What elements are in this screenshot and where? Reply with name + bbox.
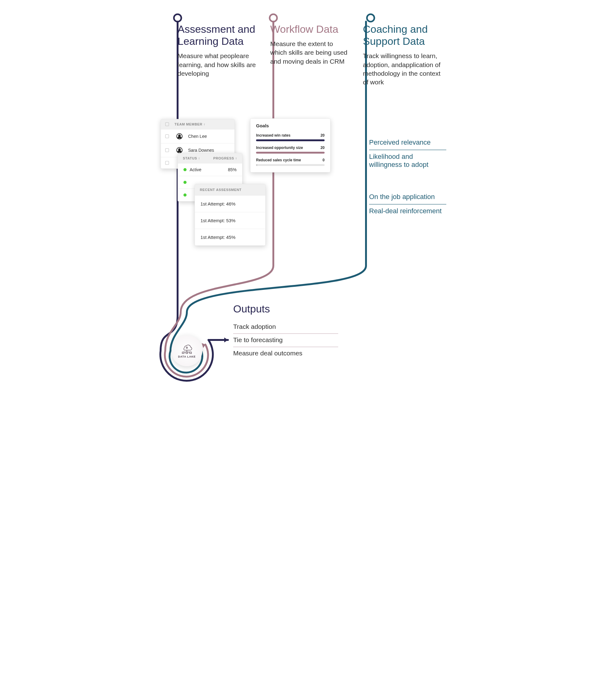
assessment-column: Assessment and Learning Data Measure wha… <box>177 23 258 78</box>
avatar-icon <box>176 133 183 139</box>
data-lake-node: DATA LAKE <box>171 335 202 366</box>
goal-value: 20 <box>321 133 325 138</box>
assessment-desc: Measure what peopleare learning, and how… <box>177 51 258 78</box>
team-header-label: TEAM MEMBER ↑ <box>174 122 205 126</box>
svg-rect-9 <box>182 352 184 354</box>
goal-label: Increased opportunity size <box>256 146 303 150</box>
goal-item: Increased win rates 20 <box>250 130 330 143</box>
progress-bar <box>256 152 325 154</box>
workflow-title: Workflow Data <box>270 23 351 35</box>
workflow-column: Workflow Data Measure the extent to whic… <box>270 23 351 66</box>
outputs-title: Outputs <box>233 303 338 315</box>
svg-point-0 <box>174 14 181 22</box>
coaching-title: Coaching and Support Data <box>363 23 443 47</box>
progress-header-label: PROGRESS ↑ <box>213 156 237 160</box>
progress-bar <box>256 139 325 141</box>
output-item: Measure deal outcomes <box>233 347 338 360</box>
assessment-row: 1st Attempt: 46% <box>195 195 265 212</box>
goal-label: Increased win rates <box>256 133 290 138</box>
checkbox-icon <box>165 122 169 126</box>
assessment-header: RECENT ASSESSMENT <box>195 184 265 195</box>
status-label: Active <box>190 167 201 172</box>
data-lake-label: DATA LAKE <box>178 355 196 358</box>
checkbox-icon <box>165 135 169 138</box>
status-header-label: STATUS ↑ <box>183 156 200 160</box>
avatar-icon <box>176 147 183 153</box>
team-row: Chen Lee <box>161 129 234 143</box>
svg-point-6 <box>186 347 188 348</box>
goals-title: Goals <box>250 119 330 130</box>
outputs-section: Outputs Track adoption Tie to forecastin… <box>233 303 338 360</box>
assessment-row: 1st Attempt: 53% <box>195 212 265 229</box>
status-dot-icon <box>184 181 187 184</box>
goal-value: 0 <box>322 158 325 162</box>
team-member-name: Chen Lee <box>188 134 207 139</box>
team-member-name: Sara Downes <box>188 148 214 153</box>
coaching-column: Coaching and Support Data Track willingn… <box>363 23 443 87</box>
goals-card: Goals Increased win rates 20 Increased o… <box>250 118 330 173</box>
svg-rect-10 <box>186 352 188 354</box>
goal-value: 20 <box>321 146 325 150</box>
coaching-item: Likelihood and willingness to adopt <box>369 150 446 172</box>
assessment-row: 1st Attempt: 45% <box>195 229 265 245</box>
svg-marker-3 <box>224 337 228 342</box>
coaching-item: Real-deal reinforcement <box>369 205 446 218</box>
status-row: Active 85% <box>178 163 242 176</box>
assessment-title: Assessment and Learning Data <box>177 23 258 47</box>
output-item: Track adoption <box>233 321 338 333</box>
status-header: STATUS ↑ PROGRESS ↑ <box>178 153 242 163</box>
output-item: Tie to forecasting <box>233 334 338 347</box>
coaching-item: On the job application <box>369 190 446 204</box>
svg-point-2 <box>367 14 374 22</box>
progress-value: 85% <box>228 167 237 172</box>
progress-bar <box>256 164 325 166</box>
workflow-desc: Measure the extent to which skills are b… <box>270 40 351 66</box>
checkbox-icon <box>165 161 169 165</box>
svg-rect-11 <box>190 352 192 354</box>
goal-label: Reduced sales cycle time <box>256 158 301 162</box>
cloud-network-icon <box>180 343 194 355</box>
coaching-desc: Track willingness to learn, adoption, an… <box>363 51 443 86</box>
checkbox-icon <box>165 148 169 152</box>
svg-point-1 <box>270 14 277 22</box>
coaching-item: Perceived relevance <box>369 136 446 150</box>
team-member-header: TEAM MEMBER ↑ <box>161 119 234 129</box>
goal-item: Increased opportunity size 20 <box>250 143 330 155</box>
assessment-card: RECENT ASSESSMENT 1st Attempt: 46% 1st A… <box>195 184 266 246</box>
status-dot-icon <box>184 193 187 196</box>
status-dot-icon <box>184 168 187 171</box>
goal-item: Reduced sales cycle time 0 <box>250 155 330 167</box>
coaching-items-list: Perceived relevance Likelihood and willi… <box>369 136 446 218</box>
